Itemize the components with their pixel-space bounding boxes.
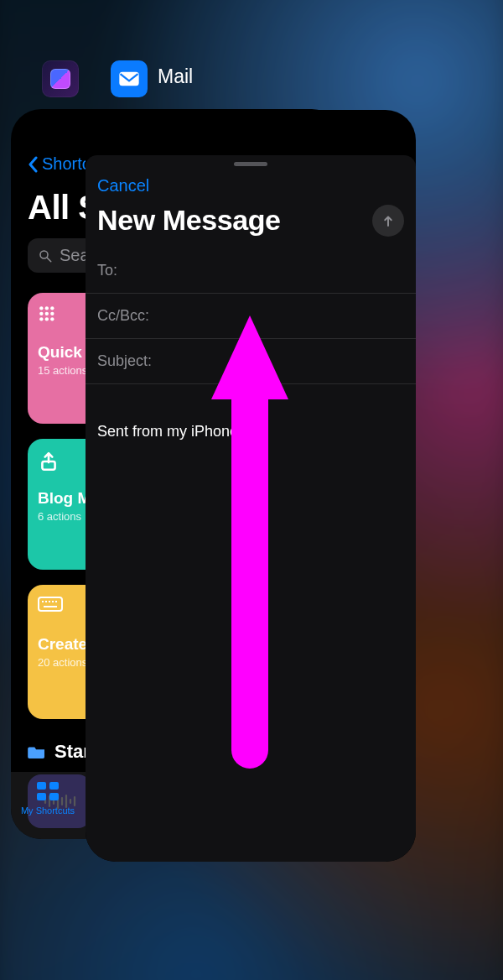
svg-rect-28 [37,782,46,790]
svg-rect-13 [39,597,62,611]
compose-title: New Message [97,204,281,237]
ccbcc-field[interactable]: Cc/Bcc: [86,294,416,339]
subject-field[interactable]: Subject: [86,339,416,384]
svg-rect-16 [49,601,50,602]
svg-line-2 [47,258,51,262]
compose-sheet: Cancel New Message To: Cc/Bcc: Subject: … [86,155,416,862]
svg-rect-30 [37,793,46,800]
grid-tab-icon [35,780,60,802]
tile-title: Blog Media Upload [38,489,90,508]
svg-rect-31 [49,793,59,800]
mail-app-label: Mail [158,65,193,88]
svg-rect-29 [49,782,59,790]
send-button[interactable] [372,205,404,237]
svg-point-3 [39,306,43,310]
tile-subtitle: 15 actions [38,365,90,377]
share-icon [38,451,60,472]
grid-icon [38,305,60,326]
svg-point-4 [45,306,49,310]
shortcuts-glyph-icon [50,69,70,89]
svg-point-6 [39,312,43,315]
subject-label: Subject: [97,352,152,369]
tab-my-shortcuts[interactable]: My Shortcuts [11,780,85,816]
arrow-up-icon [381,213,396,228]
svg-point-11 [50,317,54,321]
ccbcc-label: Cc/Bcc: [97,307,149,324]
svg-point-5 [50,306,54,310]
keyboard-icon [38,597,60,618]
svg-point-10 [45,317,49,321]
shortcuts-app-icon[interactable] [42,60,79,97]
svg-rect-0 [119,72,138,86]
envelope-icon [117,67,141,91]
svg-point-9 [39,317,43,321]
chevron-left-icon [28,156,39,173]
svg-point-1 [40,251,48,258]
tile-title: Create Note [38,635,90,654]
svg-point-7 [45,312,49,315]
tile-subtitle: 6 actions [38,511,90,523]
tile-subtitle: 20 actions [38,657,90,669]
signature-text: Sent from my iPhone [97,423,404,440]
tile-title: Quick screenshot [38,343,90,362]
svg-rect-15 [45,601,47,602]
svg-rect-14 [42,601,44,602]
svg-point-8 [50,312,54,315]
search-icon [38,248,53,263]
message-body[interactable]: Sent from my iPhone [86,384,416,479]
cancel-button[interactable]: Cancel [97,176,149,195]
folder-icon [28,744,46,759]
svg-rect-19 [44,606,57,607]
tab-label: My Shortcuts [21,805,75,816]
svg-rect-18 [55,601,57,602]
svg-rect-17 [52,601,54,602]
app-card-mail[interactable]: Cancel New Message To: Cc/Bcc: Subject: … [86,110,416,862]
to-field[interactable]: To: [86,248,416,294]
mail-app-icon[interactable] [111,60,148,97]
to-label: To: [97,262,117,279]
